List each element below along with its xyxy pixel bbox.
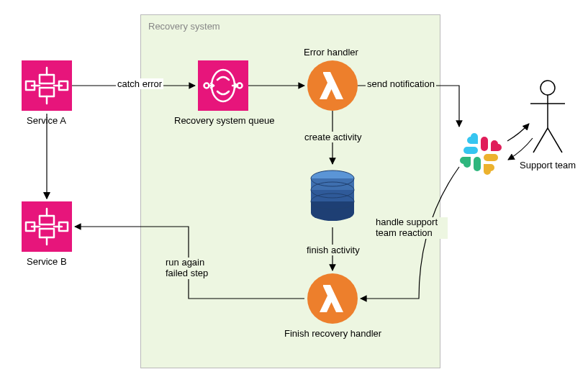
edge-handle-reaction-label: handle support team reaction [376,217,448,239]
edge-send-notification-label: send notification [366,78,436,89]
edge-support-to-slack [508,138,533,160]
edge-finish-activity-label: finish activity [305,245,361,255]
edge-slack-to-support [507,124,529,141]
edge-create-activity-label: create activity [303,132,363,142]
edge-send-notification [358,86,459,127]
arrows-layer [0,0,588,382]
edge-run-again-label: run again failed step [166,258,216,279]
diagram-canvas: Recovery system Service A Service B [0,0,588,382]
edge-catch-error-label: catch error [116,78,163,89]
